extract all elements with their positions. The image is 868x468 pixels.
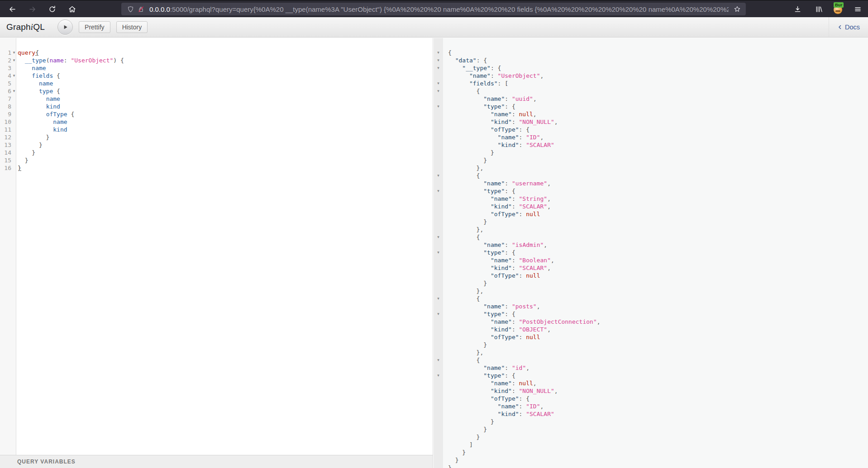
editor-line[interactable]: 6▾ type { <box>0 87 433 95</box>
editor-line[interactable]: 1▾query{ <box>0 49 433 57</box>
code-text: } <box>17 133 433 141</box>
fold-arrow-icon[interactable]: ▾ <box>434 356 443 364</box>
insecure-lock-icon[interactable] <box>137 5 145 13</box>
result-text: "ofType": null <box>443 272 868 279</box>
fold-arrow-icon[interactable]: ▾ <box>434 80 443 87</box>
reload-button[interactable] <box>45 2 59 16</box>
result-text: "ofType": { <box>443 395 868 402</box>
fold-arrow-icon[interactable]: ▾ <box>434 64 443 72</box>
code-text: kind <box>17 126 433 133</box>
line-number: 1 <box>0 49 11 57</box>
fold-arrow-icon[interactable]: ▾ <box>434 233 443 241</box>
fold-arrow-icon[interactable]: ▾ <box>434 103 443 110</box>
fold-arrow-icon[interactable]: ▾ <box>434 87 443 95</box>
fold-gutter-cell <box>434 349 443 356</box>
result-text: "kind": "NON_NULL", <box>443 118 868 126</box>
code-text: name <box>17 80 433 87</box>
downloads-button[interactable] <box>791 2 804 16</box>
fold-arrow-icon[interactable]: ▾ <box>434 187 443 195</box>
library-button[interactable] <box>812 2 825 16</box>
editor-line[interactable]: 8 kind <box>0 103 433 110</box>
shield-icon[interactable] <box>127 5 134 13</box>
execute-query-button[interactable] <box>57 19 73 35</box>
result-line: "name": "id", <box>434 364 868 372</box>
editor-line[interactable]: 12 } <box>0 133 433 141</box>
result-text: "name": "UserObject", <box>443 72 868 80</box>
fold-gutter-cell <box>434 149 443 156</box>
fold-gutter-cell <box>434 379 443 387</box>
docs-toggle[interactable]: Docs <box>829 17 868 37</box>
fold-gutter-cell <box>434 226 443 233</box>
fold-arrow-icon[interactable]: ▾ <box>11 87 17 95</box>
fold-arrow-icon[interactable]: ▾ <box>434 372 443 379</box>
fold-arrow-icon[interactable]: ▾ <box>434 49 443 57</box>
line-number: 16 <box>0 164 11 172</box>
fold-gutter-cell <box>434 110 443 118</box>
logo-graph: Graph <box>6 22 31 32</box>
forward-button[interactable] <box>25 2 39 16</box>
chevron-left-icon <box>837 24 843 30</box>
home-button[interactable] <box>65 2 79 16</box>
menu-button[interactable] <box>851 2 864 16</box>
result-line: ▾ "fields": [ <box>434 80 868 87</box>
bookmark-button[interactable] <box>729 5 746 13</box>
fold-gutter-cell <box>434 218 443 226</box>
result-pane[interactable]: ▾{▾ "data": {▾ "__type": { "name": "User… <box>434 38 868 468</box>
line-number: 9 <box>0 110 11 118</box>
result-text: "name": "username", <box>443 180 868 187</box>
editor-line[interactable]: 7 name <box>0 95 433 103</box>
fold-arrow-icon[interactable]: ▾ <box>11 49 17 57</box>
result-line: ▾ "__type": { <box>434 64 868 72</box>
editor-line[interactable]: 15 } <box>0 156 433 164</box>
history-button[interactable]: History <box>116 21 148 33</box>
fold-gutter-cell <box>434 418 443 425</box>
burp-extension-button[interactable]: Bur <box>833 4 843 14</box>
code-text: __type(name: "UserObject") { <box>17 57 433 64</box>
editor-line[interactable]: 14 } <box>0 149 433 156</box>
result-line: ▾{ <box>434 49 868 57</box>
result-line: ▾ "type": { <box>434 187 868 195</box>
result-line: "ofType": null <box>434 210 868 218</box>
fold-gutter-cell <box>434 180 443 187</box>
editor-line[interactable]: 10 name <box>0 118 433 126</box>
code-text: fields { <box>17 72 433 80</box>
fold-arrow-icon[interactable]: ▾ <box>434 249 443 256</box>
query-editor-pane[interactable]: 1▾query{2▾ __type(name: "UserObject") {3… <box>0 38 433 468</box>
fold-arrow-icon[interactable]: ▾ <box>434 57 443 64</box>
prettify-button[interactable]: Prettify <box>79 21 110 33</box>
editor-line[interactable]: 16} <box>0 164 433 172</box>
editor-line[interactable]: 5 name <box>0 80 433 87</box>
fold-arrow-icon[interactable]: ▾ <box>434 172 443 180</box>
fold-arrow-icon[interactable]: ▾ <box>11 57 17 64</box>
download-icon <box>793 5 802 14</box>
result-text: { <box>443 233 868 241</box>
fold-gutter-cell <box>11 118 17 126</box>
fold-arrow-icon[interactable]: ▾ <box>11 72 17 80</box>
query-variables-bar[interactable]: QUERY VARIABLES <box>0 455 433 468</box>
result-text: "name": "Boolean", <box>443 256 868 264</box>
editor-line[interactable]: 13 } <box>0 141 433 149</box>
graphiql-workspace: 1▾query{2▾ __type(name: "UserObject") {3… <box>0 38 868 468</box>
result-text: "name": "uuid", <box>443 95 868 103</box>
result-line: ▾ { <box>434 356 868 364</box>
result-text: "name": "ID", <box>443 402 868 410</box>
back-button[interactable] <box>5 2 19 16</box>
editor-line[interactable]: 2▾ __type(name: "UserObject") { <box>0 57 433 64</box>
result-text: } <box>443 341 868 349</box>
url-bar[interactable]: 0.0.0.0:5000/graphql?query=query{%0A%20 … <box>121 3 746 15</box>
result-line: } <box>434 218 868 226</box>
home-icon <box>68 5 76 14</box>
result-line: }, <box>434 287 868 295</box>
editor-line[interactable]: 3 name <box>0 64 433 72</box>
code-text: ofType { <box>17 110 433 118</box>
code-text: } <box>17 141 433 149</box>
query-editor-lines[interactable]: 1▾query{2▾ __type(name: "UserObject") {3… <box>0 49 433 172</box>
fold-arrow-icon[interactable]: ▾ <box>434 310 443 318</box>
line-number: 15 <box>0 156 11 164</box>
fold-gutter-cell <box>434 410 443 418</box>
editor-line[interactable]: 11 kind <box>0 126 433 133</box>
editor-line[interactable]: 9 ofType { <box>0 110 433 118</box>
result-text: }, <box>443 349 868 356</box>
fold-arrow-icon[interactable]: ▾ <box>434 295 443 303</box>
editor-line[interactable]: 4▾ fields { <box>0 72 433 80</box>
